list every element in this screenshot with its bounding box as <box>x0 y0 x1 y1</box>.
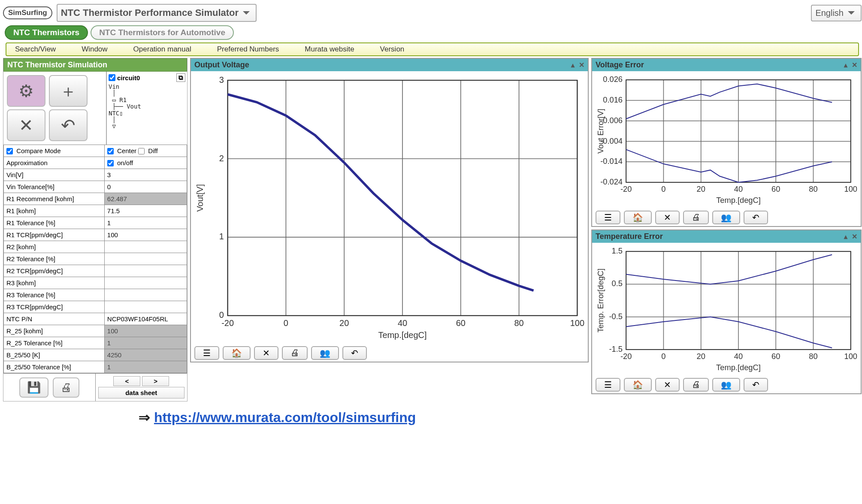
config-button[interactable]: ✕ <box>655 378 680 392</box>
param-row: R1 Tolerance [%]1 <box>4 217 187 229</box>
compare-button[interactable]: 👥 <box>712 378 740 392</box>
collapse-icon[interactable]: ▴ <box>844 232 847 241</box>
param-option-checkbox[interactable] <box>107 148 114 154</box>
legend-button[interactable]: ☰ <box>194 346 219 360</box>
config-button[interactable]: ✕ <box>254 346 278 360</box>
svg-text:-0.5: -0.5 <box>609 312 623 321</box>
tools-button[interactable]: ✕ <box>7 109 45 141</box>
svg-text:Temp.[degC]: Temp.[degC] <box>716 196 761 205</box>
param-checkbox[interactable] <box>6 148 13 154</box>
menu-operation-manual[interactable]: Operation manual <box>133 45 191 54</box>
param-value[interactable]: 71.5 <box>104 205 187 217</box>
datasheet-prev[interactable]: < <box>113 376 140 386</box>
reset-button[interactable]: ↶ <box>342 346 367 360</box>
param-value[interactable]: 1 <box>104 337 187 349</box>
param-value[interactable]: 100 <box>104 229 187 241</box>
close-icon[interactable]: ✕ <box>579 61 584 69</box>
copy-icon[interactable]: ⧉ <box>176 73 185 82</box>
param-value[interactable] <box>104 277 187 289</box>
settings-button[interactable]: ⚙ <box>7 75 45 107</box>
param-value[interactable]: NCP03WF104F05RL <box>104 313 187 325</box>
legend-button[interactable]: ☰ <box>596 211 620 224</box>
param-label: R1 Tolerance [%] <box>4 217 105 229</box>
print-button[interactable]: 🖨 <box>683 211 709 224</box>
product-tabs: NTC Thermistors NTC Thermistors for Auto… <box>5 25 862 40</box>
add-button[interactable]: ＋ <box>49 75 88 107</box>
param-value[interactable] <box>104 241 187 253</box>
reset-button[interactable]: ↶ <box>744 211 768 224</box>
svg-text:-0.024: -0.024 <box>600 177 623 186</box>
param-value[interactable] <box>104 301 187 313</box>
datasheet-next[interactable]: > <box>142 376 169 386</box>
param-value[interactable]: 100 <box>104 325 187 337</box>
param-value[interactable] <box>104 253 187 265</box>
svg-text:80: 80 <box>809 184 817 193</box>
param-value[interactable] <box>104 289 187 301</box>
menu-search-view[interactable]: Search/View <box>15 45 56 54</box>
top-bar: SimSurfing NTC Thermistor Performance Si… <box>1 1 862 24</box>
svg-text:2: 2 <box>219 154 224 163</box>
param-value[interactable]: 4250 <box>104 349 187 361</box>
save-button[interactable]: 💾 <box>19 377 48 398</box>
param-row: B_25/50 [K]4250 <box>4 349 187 361</box>
param-value[interactable]: Center Diff <box>104 145 187 157</box>
collapse-icon[interactable]: ▴ <box>571 61 575 69</box>
param-value[interactable]: 62.487 <box>104 193 187 205</box>
app-logo: SimSurfing <box>3 6 52 19</box>
datasheet-button[interactable]: data sheet <box>98 387 185 398</box>
save-icon: 💾 <box>27 381 41 394</box>
tab-ntc-automotive[interactable]: NTC Thermistors for Automotive <box>91 25 234 40</box>
param-row: R3 TCR[ppm/degC] <box>4 301 187 313</box>
svg-text:60: 60 <box>771 352 780 361</box>
tools-icon: ✕ <box>19 115 33 135</box>
param-value[interactable]: 0 <box>104 181 187 193</box>
output-voltage-chart: -200204060801000123Temp.[degC]Vout[V] <box>194 75 584 342</box>
compare-button[interactable]: 👥 <box>311 346 339 360</box>
param-row: NTC P/NNCP03WF104F05RL <box>4 313 187 325</box>
legend-button[interactable]: ☰ <box>596 378 620 392</box>
param-value[interactable]: 1 <box>104 361 187 373</box>
param-option-checkbox[interactable] <box>138 148 145 154</box>
print-button[interactable]: 🖨 <box>683 378 709 392</box>
close-icon[interactable]: ✕ <box>852 61 857 69</box>
param-label: Approximation <box>4 157 105 169</box>
menu-murata-website[interactable]: Murata website <box>305 45 354 54</box>
config-button[interactable]: ✕ <box>655 211 680 224</box>
param-option-checkbox[interactable] <box>107 160 114 166</box>
footer-link-row: ⇒ https://www.murata.com/tool/simsurfing <box>1 409 862 426</box>
collapse-icon[interactable]: ▴ <box>844 61 847 69</box>
param-value[interactable] <box>104 265 187 277</box>
circuit-checkbox[interactable] <box>109 74 115 81</box>
simulator-select[interactable]: NTC Thermistor Performance Simulator <box>57 4 257 22</box>
undo-button[interactable]: ↶ <box>49 109 88 141</box>
svg-text:40: 40 <box>734 184 743 193</box>
sidebar-tool-grid: ⚙ ＋ ✕ ↶ <box>3 72 106 145</box>
param-row: R2 TCR[ppm/degC] <box>4 265 187 277</box>
svg-text:100: 100 <box>570 318 584 328</box>
param-row: B_25/50 Tolerance [%]1 <box>4 361 187 373</box>
panel-title-voltage-error: Voltage Error <box>596 60 644 69</box>
export-button[interactable]: 🏠 <box>223 346 251 360</box>
reset-button[interactable]: ↶ <box>744 378 768 392</box>
param-value[interactable]: 1 <box>104 217 187 229</box>
voltage-error-panel: Voltage Error ▴ ✕ -20020406080100-0.024-… <box>591 58 862 227</box>
menu-version[interactable]: Version <box>380 45 405 54</box>
simsurfing-link[interactable]: https://www.murata.com/tool/simsurfing <box>154 410 416 425</box>
export-button[interactable]: 🏠 <box>624 211 652 224</box>
param-value[interactable]: on/off <box>104 157 187 169</box>
param-value[interactable]: 3 <box>104 169 187 181</box>
param-label: R3 TCR[ppm/degC] <box>4 301 105 313</box>
svg-text:-1.5: -1.5 <box>609 344 623 353</box>
tab-ntc-thermistors[interactable]: NTC Thermistors <box>5 25 88 40</box>
language-select[interactable]: English <box>811 5 862 21</box>
menu-window[interactable]: Window <box>82 45 107 54</box>
temperature-error-toolbar: ☰ 🏠 ✕ 🖨 👥 ↶ <box>592 376 861 393</box>
print-button-sidebar[interactable]: 🖨 <box>53 377 79 398</box>
menu-preferred-numbers[interactable]: Preferred Numbers <box>217 45 279 54</box>
export-button[interactable]: 🏠 <box>624 378 652 392</box>
svg-text:3: 3 <box>219 75 224 85</box>
close-icon[interactable]: ✕ <box>852 232 857 241</box>
print-button[interactable]: 🖨 <box>282 346 308 360</box>
compare-button[interactable]: 👥 <box>712 211 740 224</box>
gear-icon: ⚙ <box>18 81 34 101</box>
